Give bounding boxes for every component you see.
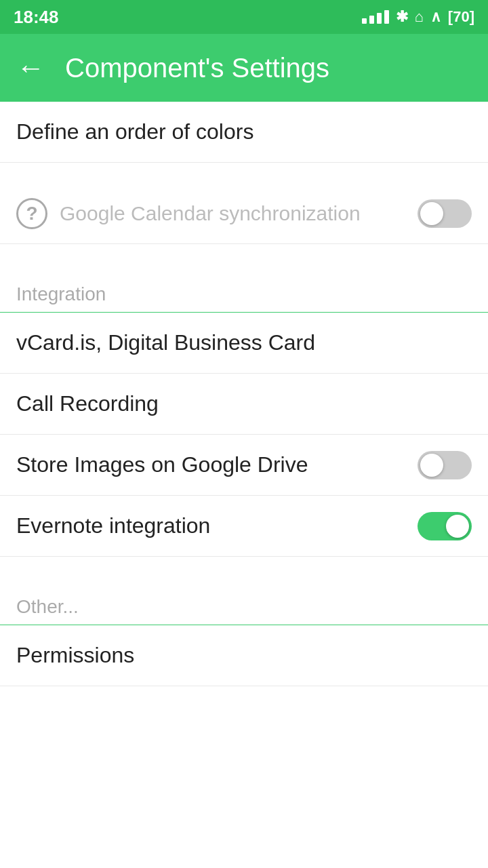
store-images-toggle[interactable] bbox=[418, 451, 472, 479]
page-title: Component's Settings bbox=[65, 53, 329, 83]
define-colors-row[interactable]: Define an order of colors bbox=[0, 102, 488, 163]
store-images-row[interactable]: Store Images on Google Drive bbox=[0, 435, 488, 496]
spacer-3 bbox=[0, 557, 488, 577]
time-display: 18:48 bbox=[14, 7, 59, 28]
navigation-icon: ⌂ bbox=[415, 8, 424, 26]
settings-content: Define an order of colors ? Google Calen… bbox=[0, 102, 488, 686]
google-calendar-row[interactable]: ? Google Calendar synchronization bbox=[0, 183, 488, 244]
permissions-row[interactable]: Permissions bbox=[0, 625, 488, 686]
status-bar: 18:48 ✱ ⌂ ∧ [70] bbox=[0, 0, 488, 34]
bluetooth-icon: ✱ bbox=[396, 8, 408, 26]
battery-icon: [70] bbox=[448, 8, 474, 26]
other-header: Other... bbox=[0, 577, 488, 625]
call-recording-row[interactable]: Call Recording bbox=[0, 374, 488, 435]
evernote-label: Evernote integration bbox=[16, 513, 210, 538]
define-colors-label: Define an order of colors bbox=[16, 119, 253, 144]
signal-icon bbox=[362, 10, 389, 24]
google-calendar-toggle[interactable] bbox=[418, 199, 472, 228]
status-icons: ✱ ⌂ ∧ [70] bbox=[362, 8, 474, 26]
app-bar: ← Component's Settings bbox=[0, 34, 488, 102]
spacer-1 bbox=[0, 163, 488, 183]
integration-header: Integration bbox=[0, 264, 488, 313]
back-button[interactable]: ← bbox=[16, 52, 45, 84]
store-images-label: Store Images on Google Drive bbox=[16, 452, 308, 477]
evernote-toggle[interactable] bbox=[418, 512, 472, 540]
toggle-knob bbox=[420, 202, 443, 225]
vcard-label: vCard.is, Digital Business Card bbox=[16, 330, 315, 355]
permissions-label: Permissions bbox=[16, 643, 134, 668]
evernote-row[interactable]: Evernote integration bbox=[0, 496, 488, 557]
help-icon: ? bbox=[16, 198, 47, 229]
call-recording-label: Call Recording bbox=[16, 391, 159, 416]
wifi-icon: ∧ bbox=[430, 8, 441, 26]
google-calendar-label: Google Calendar synchronization bbox=[60, 202, 405, 225]
spacer-2 bbox=[0, 244, 488, 264]
vcard-row[interactable]: vCard.is, Digital Business Card bbox=[0, 313, 488, 374]
evernote-toggle-knob bbox=[446, 515, 469, 538]
store-images-toggle-knob bbox=[420, 454, 443, 477]
